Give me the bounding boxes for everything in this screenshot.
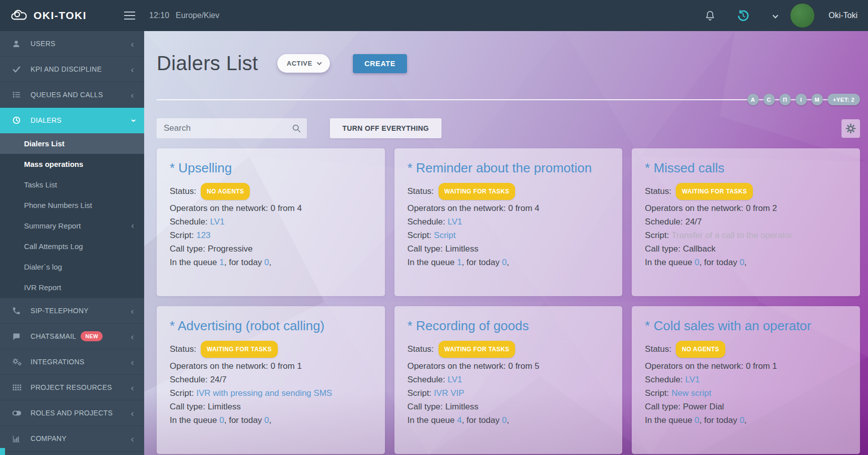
chevron-left-icon: ‹: [131, 408, 134, 418]
schedule-label: Schedule:: [407, 217, 446, 226]
chevron-left-icon: ‹: [131, 90, 134, 100]
group-badge[interactable]: П: [779, 94, 791, 105]
group-badge[interactable]: A: [747, 94, 759, 105]
status-row: Status:WAITING FOR TASKS: [407, 341, 610, 358]
notifications-button[interactable]: [704, 10, 716, 22]
submenu-item-dialers-log[interactable]: Dialer`s log: [0, 257, 144, 277]
queue-label: In the queue: [407, 258, 457, 267]
schedule-link[interactable]: LV1: [210, 217, 225, 226]
submenu-item-dialers-list[interactable]: Dialers List: [0, 133, 144, 154]
more-groups-badge[interactable]: +YET: 2: [827, 94, 860, 105]
script-link[interactable]: Script: [434, 231, 456, 240]
call-type-row: Call type:Limitless: [407, 400, 610, 413]
submenu-item-call-attempts-log[interactable]: Call Attempts Log: [0, 236, 144, 257]
history-icon: [737, 10, 749, 22]
avatar[interactable]: [790, 4, 814, 28]
operators-value: 0 from 2: [746, 203, 777, 213]
controls-row: TURN OFF EVERYTHING: [157, 118, 860, 138]
hamburger-menu-button[interactable]: [121, 9, 138, 23]
queue-count-link[interactable]: 0: [695, 258, 699, 267]
dialer-title-link[interactable]: * Recording of goods: [407, 317, 610, 335]
today-count-link[interactable]: 0: [739, 415, 744, 425]
group-badge[interactable]: M: [811, 94, 823, 105]
group-badge[interactable]: C: [763, 94, 775, 105]
clock-icon: [12, 116, 26, 125]
settings-button[interactable]: [841, 119, 860, 138]
submenu-item-phone-numbers-list[interactable]: Phone Numbers List: [0, 195, 144, 215]
sidebar-item-integrations[interactable]: INTEGRATIONS ‹: [0, 349, 144, 375]
sidebar-item-roles-and-projects[interactable]: ROLES AND PROJECTS ‹: [0, 400, 144, 426]
queue-suffix: ,: [744, 258, 747, 267]
sidebar-item-label: PROJECT RESOURCES: [31, 383, 112, 391]
turn-off-everything-button[interactable]: TURN OFF EVERYTHING: [330, 118, 442, 138]
script-link[interactable]: IVR with pressing and sending SMS: [196, 388, 332, 398]
sidebar-item-kpi-and-discipline[interactable]: KPI AND DISCIPLINE ‹: [0, 57, 144, 82]
submenu-item-ivr-report[interactable]: IVR Report: [0, 277, 144, 298]
search-input[interactable]: [157, 118, 307, 138]
sidebar-item-users[interactable]: USERS ‹: [0, 31, 144, 57]
today-count-link[interactable]: 0: [502, 415, 507, 425]
submenu-item-mass-operations[interactable]: Mass operations: [0, 154, 144, 174]
today-count-link[interactable]: 0: [739, 258, 744, 267]
dialer-title-link[interactable]: * Reminder about the promotion: [407, 159, 610, 177]
account-menu-chevron[interactable]: [773, 14, 777, 18]
divider-row: A C П I M +YET: 2: [157, 94, 860, 106]
queue-count-link[interactable]: 4: [457, 415, 462, 425]
schedule-label: Schedule:: [407, 375, 446, 384]
schedule-link[interactable]: LV1: [448, 375, 462, 384]
today-count-link[interactable]: 0: [264, 258, 269, 267]
sidebar-item-company[interactable]: COMPANY ‹: [0, 426, 144, 451]
bell-icon: [704, 10, 716, 22]
app-logo[interactable]: OKI-TOKI: [0, 9, 106, 22]
submenu-item-tasks-list[interactable]: Tasks List: [0, 174, 144, 195]
today-count-link[interactable]: 0: [264, 415, 269, 425]
queue-row: In the queue 0, for today 0,: [170, 413, 372, 427]
status-label: Status:: [645, 344, 671, 354]
script-row: Script:New script: [645, 386, 847, 400]
status-filter-dropdown[interactable]: ACTIVE: [277, 54, 330, 73]
hamburger-bar: [124, 12, 135, 13]
queue-count-link[interactable]: 0: [219, 415, 224, 425]
schedule-link[interactable]: LV1: [685, 375, 700, 384]
new-badge: NEW: [81, 331, 103, 341]
script-link[interactable]: New script: [672, 388, 711, 398]
queue-count-link[interactable]: 1: [219, 258, 224, 267]
gears-icon: [12, 358, 26, 366]
today-count-link[interactable]: 0: [502, 258, 507, 267]
schedule-link[interactable]: LV1: [448, 217, 462, 226]
script-link[interactable]: Transfer of a call to the operator: [672, 231, 792, 240]
phone-icon: [12, 307, 26, 315]
account-name[interactable]: Oki-Toki: [828, 11, 857, 20]
today-label: , for today: [462, 415, 502, 425]
submenu-item-summary-report[interactable]: Summary Report ‹: [0, 215, 144, 236]
call-type-row: Call type:Limitless: [170, 400, 372, 413]
status-row: Status:NO AGENTS: [645, 341, 847, 358]
queue-count-link[interactable]: 1: [457, 258, 462, 267]
sidebar-item-dialers[interactable]: DIALERS ‹: [0, 108, 144, 133]
chevron-left-icon: ‹: [131, 220, 134, 231]
operators-row: Operators on the network:0 from 1: [170, 359, 372, 373]
chevron-left-icon: ‹: [131, 434, 134, 443]
script-link[interactable]: IVR VIP: [434, 388, 464, 398]
call-type-value: Progressive: [208, 244, 253, 254]
dialer-title-link[interactable]: * Advertising (robot calling): [170, 317, 372, 335]
group-badge[interactable]: I: [795, 94, 807, 105]
dialer-title-link[interactable]: * Cold sales with an operator: [645, 317, 847, 335]
dialer-title-link[interactable]: * Missed calls: [645, 159, 847, 177]
sidebar-item-queues-and-calls[interactable]: QUEUES AND CALLS ‹: [0, 82, 144, 108]
script-link[interactable]: 123: [196, 231, 210, 240]
main-content: Dialers List ACTIVE CREATE A C П I M +YE…: [144, 31, 868, 455]
create-button[interactable]: CREATE: [353, 54, 407, 73]
dialer-title-link[interactable]: * Upselling: [170, 159, 372, 177]
sidebar-item-sip-telephony[interactable]: SIP-TELEPHONY ‹: [0, 298, 144, 324]
status-badge: WAITING FOR TASKS: [201, 341, 278, 358]
queue-label: In the queue: [645, 258, 694, 267]
chevron-left-icon: ‹: [131, 383, 134, 392]
script-label: Script:: [407, 388, 431, 398]
sidebar-item-label: CHATS&MAIL: [31, 332, 76, 340]
queue-row: In the queue 0, for today 0,: [645, 413, 847, 427]
sidebar-item-project-resources[interactable]: PROJECT RESOURCES ‹: [0, 375, 144, 400]
sidebar-item-chats-and-mail[interactable]: CHATS&MAIL NEW ‹: [0, 324, 144, 349]
history-button[interactable]: [737, 10, 749, 22]
queue-count-link[interactable]: 0: [695, 415, 699, 425]
